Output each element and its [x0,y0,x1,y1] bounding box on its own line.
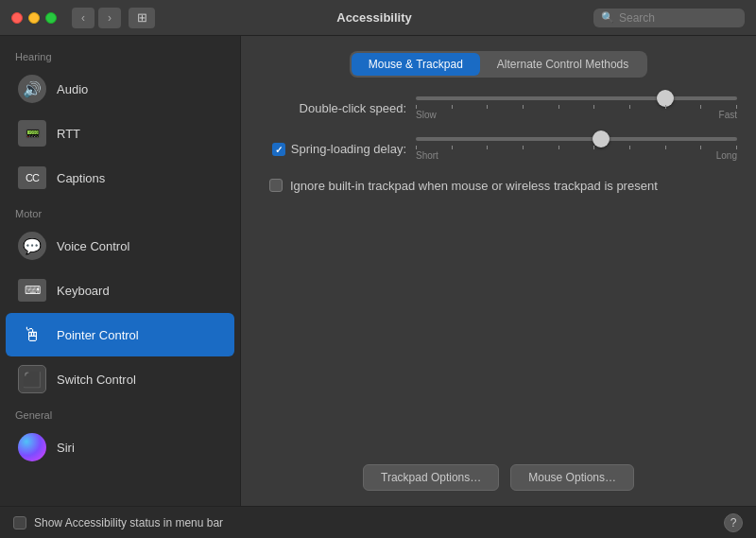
audio-icon: 🔊 [18,75,46,103]
sidebar-label-pointer-control: Pointer Control [57,328,139,342]
search-icon: 🔍 [601,11,614,24]
bottom-buttons: Trackpad Options… Mouse Options… [260,464,737,491]
nav-buttons: ‹ › [72,8,121,28]
double-click-slider-container: Slow Fast [416,96,737,120]
keyboard-icon: ⌨ [18,279,46,302]
close-button[interactable] [11,12,23,24]
spring-loading-track [416,137,737,141]
double-click-fast-label: Fast [719,110,737,120]
mouse-options-button[interactable]: Mouse Options… [510,464,634,491]
tab-mouse-trackpad[interactable]: Mouse & Trackpad [352,53,480,76]
sidebar-section-motor: Motor [0,200,240,223]
sidebar-label-voice-control: Voice Control [57,239,129,253]
main-container: Hearing 🔊 Audio 📟 RTT CC Captions Motor … [0,36,756,506]
tab-alternate-control[interactable]: Alternate Control Methods [480,53,645,76]
sidebar: Hearing 🔊 Audio 📟 RTT CC Captions Motor … [0,36,241,506]
sidebar-item-switch-control[interactable]: ⬛ Switch Control [6,357,234,401]
double-click-row: Double-click speed: [260,96,737,120]
titlebar: ‹ › ⊞ Accessibility 🔍 [0,0,756,36]
spring-short-label: Short [416,150,438,161]
segmented-control: Mouse & Trackpad Alternate Control Metho… [350,51,647,78]
ignore-trackpad-checkbox[interactable] [269,179,283,192]
sidebar-label-rtt: RTT [57,127,80,141]
sidebar-label-audio: Audio [57,82,88,96]
status-bar-checkbox[interactable] [13,516,26,529]
forward-button[interactable]: › [98,8,121,28]
switch-icon: ⬛ [18,365,46,393]
maximize-button[interactable] [45,12,57,24]
sidebar-item-keyboard[interactable]: ⌨ Keyboard [6,269,234,312]
spring-loading-checkbox[interactable]: ✓ [272,143,285,156]
sidebar-label-siri: Siri [57,441,75,455]
voice-icon: 💬 [18,232,46,260]
minimize-button[interactable] [28,12,40,24]
sidebar-section-general: General [0,402,240,425]
sidebar-item-pointer-control[interactable]: 🖱 Pointer Control [6,313,234,356]
traffic-lights [11,12,57,24]
search-box: 🔍 [593,9,745,27]
sidebar-label-switch-control: Switch Control [57,373,136,387]
status-bar-label: Show Accessibility status in menu bar [34,516,223,529]
sidebar-item-captions[interactable]: CC Captions [6,156,234,200]
spring-loading-row: ✓ Spring-loading delay: [260,137,737,161]
captions-icon: CC [18,166,46,189]
ignore-trackpad-label: Ignore built-in trackpad when mouse or w… [290,178,658,195]
back-button[interactable]: ‹ [72,8,94,28]
search-input[interactable] [619,11,737,25]
statusbar: Show Accessibility status in menu bar ? [0,506,756,538]
sidebar-label-keyboard: Keyboard [57,284,110,298]
ignore-trackpad-row: Ignore built-in trackpad when mouse or w… [269,178,737,195]
siri-icon [18,433,46,461]
sidebar-label-captions: Captions [57,171,105,185]
double-click-track [416,96,737,100]
grid-button[interactable]: ⊞ [129,8,155,28]
content-area: Mouse & Trackpad Alternate Control Metho… [241,36,756,506]
sidebar-item-audio[interactable]: 🔊 Audio [6,67,234,111]
sidebar-item-siri[interactable]: Siri [6,425,234,469]
sidebar-section-hearing: Hearing [0,43,240,66]
help-button[interactable]: ? [724,513,743,532]
pointer-icon: 🖱 [18,321,46,349]
sidebar-item-voice-control[interactable]: 💬 Voice Control [6,224,234,268]
spring-loading-label: Spring-loading delay: [291,142,406,156]
window-title: Accessibility [163,10,586,25]
double-click-label: Double-click speed: [260,101,406,115]
spring-long-label: Long [716,150,737,161]
spring-loading-slider-container: Short Long [416,137,737,161]
trackpad-options-button[interactable]: Trackpad Options… [363,464,499,491]
rtt-icon: 📟 [18,120,46,147]
double-click-slow-label: Slow [416,110,437,120]
sidebar-item-rtt[interactable]: 📟 RTT [6,112,234,155]
